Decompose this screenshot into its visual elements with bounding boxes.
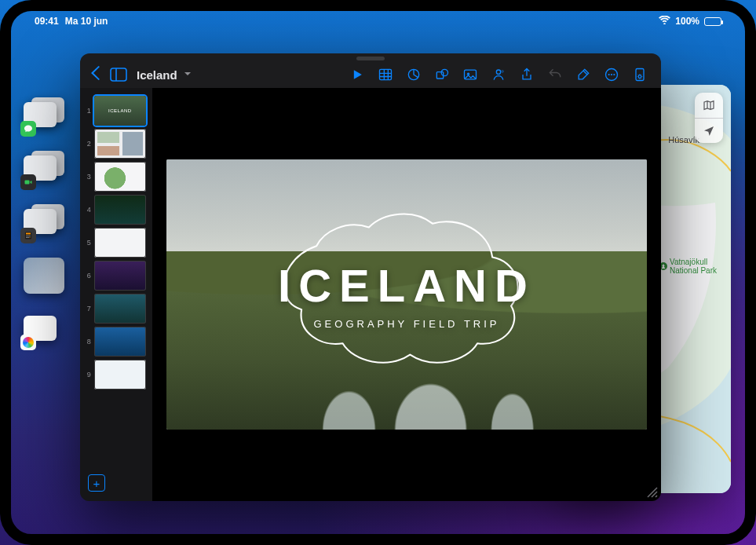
insert-media-button[interactable] [458,63,482,86]
status-bar: 09:41 Ma 10 jun 100% [11,11,745,30]
slide-thumb-7[interactable] [94,294,146,324]
stage-app-messages[interactable] [24,97,64,134]
back-button[interactable] [86,66,105,84]
resize-handle-icon[interactable] [644,484,658,498]
play-button[interactable] [345,63,369,86]
svg-point-7 [27,237,28,238]
maps-toolbox [695,93,723,143]
slide-number: 3 [83,173,91,181]
svg-point-19 [441,69,447,75]
insert-chart-button[interactable] [402,63,425,86]
stage-manager-strip [22,97,66,347]
document-options-button[interactable] [628,63,652,86]
svg-point-27 [608,74,610,75]
svg-point-3 [26,236,27,236]
slide[interactable]: ICELAND GEOGRAPHY FIELD TRIP [166,159,647,430]
svg-rect-0 [25,181,30,185]
slide-thumb-2[interactable] [94,129,146,159]
stage-app-photos[interactable] [24,311,64,347]
map-mode-button[interactable] [695,93,723,118]
locate-button[interactable] [695,118,723,143]
svg-point-6 [26,237,27,238]
format-brush-button[interactable] [572,63,595,86]
slide-thumb-5[interactable] [94,228,146,258]
svg-rect-2 [26,233,31,235]
slide-thumb-8[interactable] [94,327,146,357]
window-drag-handle-icon[interactable] [356,57,385,60]
photos-icon [20,335,36,350]
slide-number: 9 [83,371,91,379]
slide-canvas[interactable]: ICELAND GEOGRAPHY FIELD TRIP [152,88,661,501]
slide-number: 8 [83,338,91,346]
slide-thumb-9[interactable] [94,360,146,390]
slide-number: 4 [83,206,91,214]
stage-app-preview[interactable] [24,258,64,294]
slide-thumb-4[interactable] [94,195,146,225]
plus-icon: + [88,474,105,492]
share-button[interactable] [515,63,539,86]
wifi-icon [659,16,670,27]
more-button[interactable] [600,63,623,86]
slide-navigator: 1 2 3 4 5 6 7 8 9 + [80,88,152,501]
keynote-window[interactable]: Iceland 1 2 3 4 5 6 7 8 9 [80,53,661,501]
slide-number: 2 [83,140,91,148]
slide-number: 6 [83,272,91,280]
battery-icon [704,17,721,26]
slide-thumb-3[interactable] [94,162,146,192]
stage-app-calculator[interactable] [24,204,64,240]
facetime-icon [20,174,36,190]
svg-point-28 [611,74,612,75]
insert-shape-button[interactable] [430,63,454,86]
slide-number: 5 [83,239,91,247]
calculator-icon [20,228,36,243]
add-slide-button[interactable]: + [80,470,149,496]
svg-point-22 [496,70,500,74]
svg-point-31 [638,75,641,79]
svg-point-5 [29,236,30,236]
slide-subtitle[interactable]: GEOGRAPHY FIELD TRIP [313,318,499,330]
svg-rect-10 [111,68,126,81]
svg-point-8 [29,237,30,238]
status-date: Ma 10 jun [65,16,108,27]
sidebar-toggle-button[interactable] [110,68,127,82]
slide-number: 7 [83,305,91,313]
insert-table-button[interactable] [374,63,397,86]
slide-number: 1 [83,107,91,115]
map-park-label: Vatnajökull National Park [670,258,717,275]
svg-rect-12 [380,69,392,79]
slide-title[interactable]: ICELAND [278,259,535,312]
collaborate-button[interactable] [487,63,510,86]
undo-button[interactable] [543,63,567,86]
chevron-down-icon[interactable] [184,70,192,79]
status-time: 09:41 [35,16,59,27]
messages-icon [20,121,36,137]
svg-point-4 [27,236,28,236]
battery-percent: 100% [675,16,699,27]
document-title[interactable]: Iceland [137,68,177,82]
svg-point-29 [613,74,615,75]
slide-thumb-6[interactable] [94,261,146,291]
stage-app-facetime[interactable] [24,151,64,187]
slide-thumb-1[interactable] [94,96,146,126]
